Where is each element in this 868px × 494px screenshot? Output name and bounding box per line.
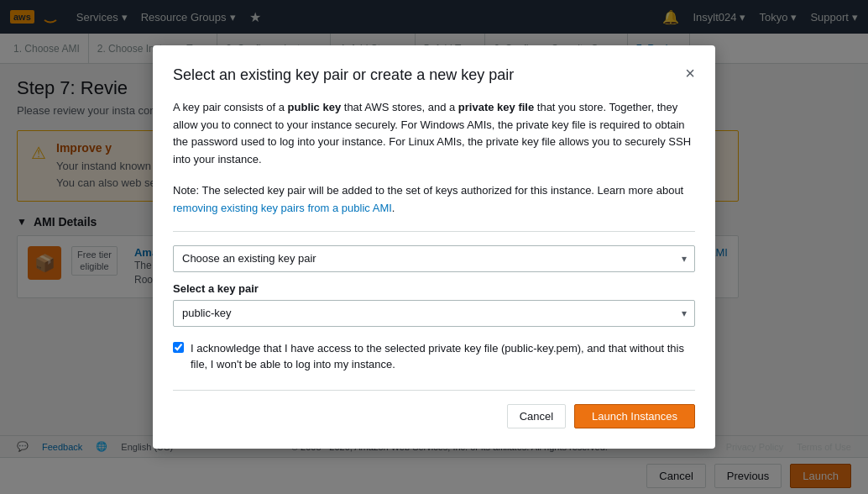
key-pair-modal: Select an existing key pair or create a …	[153, 45, 715, 373]
keypair-type-select-wrap: Choose an existing key pair Create a new…	[173, 245, 695, 272]
modal-header: Select an existing key pair or create a …	[173, 66, 695, 85]
modal-body-text: A key pair consists of a public key that…	[173, 99, 695, 169]
acknowledge-label: I acknowledge that I have access to the …	[191, 340, 695, 373]
modal-overlay: Select an existing key pair or create a …	[0, 0, 868, 374]
keypair-select-label: Select a key pair	[173, 282, 695, 295]
modal-close-button[interactable]: ×	[685, 64, 695, 83]
keypair-value-select-wrap: public-key ▾	[173, 300, 695, 327]
acknowledge-checkbox-row: I acknowledge that I have access to the …	[173, 340, 695, 373]
keypair-value-select[interactable]: public-key	[173, 300, 695, 327]
remove-keypairs-link[interactable]: removing existing key pairs from a publi…	[173, 202, 392, 214]
modal-title: Select an existing key pair or create a …	[173, 66, 534, 85]
modal-divider-1	[173, 231, 695, 232]
keypair-type-select[interactable]: Choose an existing key pair Create a new…	[173, 245, 695, 272]
acknowledge-checkbox[interactable]	[173, 342, 184, 353]
modal-note: Note: The selected key pair will be adde…	[173, 182, 695, 218]
